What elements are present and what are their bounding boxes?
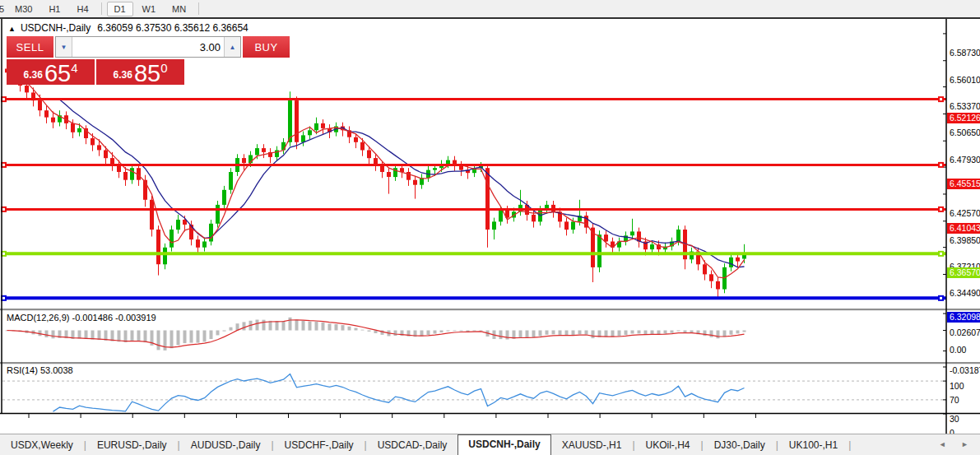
- chart-title: ▲USDCNH-,Daily6.36059 6.37530 6.35612 6.…: [8, 22, 248, 34]
- price-line-label: 6.36570: [947, 267, 980, 278]
- buy-price-box[interactable]: 6.36 85 0: [96, 59, 184, 85]
- price-axis-label: 6.50650: [950, 128, 980, 137]
- chart-tab-usdchf-daily[interactable]: USDCHF-,Daily: [274, 436, 365, 454]
- collapse-arrow-icon[interactable]: ▲: [8, 25, 16, 33]
- chart-tab-uk100-h1[interactable]: UK100-,H1: [778, 436, 848, 454]
- buy-price-pip: 0: [160, 61, 167, 75]
- volume-group: ▼ ▲: [55, 36, 241, 58]
- volume-decrease-button[interactable]: ▼: [56, 37, 72, 57]
- macd-axis-label: 0.02607: [950, 327, 980, 337]
- sell-price-box[interactable]: 6.36 65 4: [7, 59, 95, 85]
- price-line-label: 6.41043: [947, 223, 980, 234]
- volume-increase-button[interactable]: ▲: [224, 37, 240, 57]
- horizontal-line-6.45515: [1, 162, 946, 168]
- toolbar-separator: [101, 2, 102, 15]
- rsi-layer: [53, 374, 745, 412]
- macd-axis-label: 0.00: [950, 345, 966, 355]
- volume-input[interactable]: [72, 37, 224, 57]
- tab-separator: |: [848, 439, 851, 451]
- chart-tab-xauusd-h1[interactable]: XAUUSD-,H1: [551, 436, 633, 454]
- chart-tab-usdcnh-daily[interactable]: USDCNH-,Daily: [457, 434, 550, 455]
- chart-tab-eurusd-daily[interactable]: EURUSD-,Daily: [86, 436, 178, 454]
- price-axis-label: 6.47930: [950, 155, 980, 165]
- timeframe-button-h4[interactable]: H4: [69, 2, 95, 16]
- price-axis-label: 6.39850: [950, 235, 980, 245]
- sell-price-main: 65: [44, 63, 71, 84]
- chart-tab-dj30-daily[interactable]: DJ30-,Daily: [704, 436, 776, 454]
- moving-averages-layer: [27, 82, 745, 278]
- chart-tab-bar: USDX,Weekly|EURUSD-,Daily|AUDUSD-,Daily|…: [0, 434, 980, 455]
- horizontal-line-6.36570: [1, 251, 946, 257]
- horizontal-line-6.41043: [1, 207, 946, 212]
- price-line-label: 6.32098: [947, 312, 980, 323]
- buy-price-prefix: 6.36: [114, 69, 132, 81]
- macd-indicator-label: MACD(12,26,9) -0.001486 -0.003919: [7, 313, 156, 323]
- timeframe-button-h1[interactable]: H1: [41, 2, 67, 16]
- sell-price-pip: 4: [71, 61, 77, 75]
- timeframe-button-mn[interactable]: MN: [165, 2, 193, 16]
- rsi-axis-label: 70: [950, 395, 959, 405]
- macd-axis-label: -0.031872: [950, 365, 980, 375]
- sell-button[interactable]: SELL: [7, 36, 53, 58]
- buy-price-main: 85: [134, 63, 160, 84]
- timeframe-button-partial[interactable]: 5: [0, 4, 6, 14]
- rsi-axis-label: 30: [950, 414, 959, 424]
- rsi-indicator-label: RSI(14) 53.0038: [7, 365, 73, 375]
- price-axis-label: 6.53370: [950, 101, 980, 111]
- buy-button[interactable]: BUY: [243, 36, 290, 58]
- timeframe-button-d1[interactable]: D1: [107, 2, 133, 16]
- chart-symbol-period: USDCNH-,Daily: [21, 22, 91, 34]
- timeframe-toolbar: 5 M30 H1 H4 D1 W1 MN: [0, 0, 980, 17]
- chart-tab-ukoil-h4[interactable]: UKOil-,H4: [635, 436, 701, 454]
- chart-ohlc-values: 6.36059 6.37530 6.35612 6.36654: [97, 22, 248, 34]
- toolbar-separator: [198, 2, 199, 15]
- chart-tab-audusd-daily[interactable]: AUDUSD-,Daily: [180, 436, 272, 454]
- sell-price-prefix: 6.36: [24, 69, 43, 81]
- horizontal-line-6.52126: [1, 96, 946, 102]
- tab-scroll-arrows[interactable]: ◄ ►: [939, 440, 975, 448]
- price-line-label: 6.45515: [947, 179, 980, 189]
- chart-tab-usdcad-daily[interactable]: USDCAD-,Daily: [367, 436, 458, 454]
- price-axis-label: 6.42570: [950, 208, 980, 218]
- price-line-label: 6.52126: [947, 113, 980, 123]
- price-axis-label: 6.56010: [950, 75, 980, 85]
- chart-area: ▲USDCNH-,Daily6.36059 6.37530 6.35612 6.…: [0, 19, 980, 455]
- price-axis-label: 6.58730: [950, 48, 980, 58]
- chart-tab-usdx-weekly[interactable]: USDX,Weekly: [0, 436, 84, 454]
- rsi-axis-label: 100: [950, 381, 964, 391]
- horizontal-line-6.32098: [1, 295, 946, 301]
- timeframe-button-m30[interactable]: M30: [7, 2, 39, 16]
- mt4-window: 5 M30 H1 H4 D1 W1 MN ▲USDCNH-,Daily6.360…: [0, 0, 980, 455]
- timeframe-button-w1[interactable]: W1: [135, 2, 164, 16]
- one-click-trading-panel: SELL ▼ ▲ BUY 6.36 65 4 6.36 85 0: [7, 36, 184, 85]
- price-axis-label: 6.34490: [950, 288, 980, 298]
